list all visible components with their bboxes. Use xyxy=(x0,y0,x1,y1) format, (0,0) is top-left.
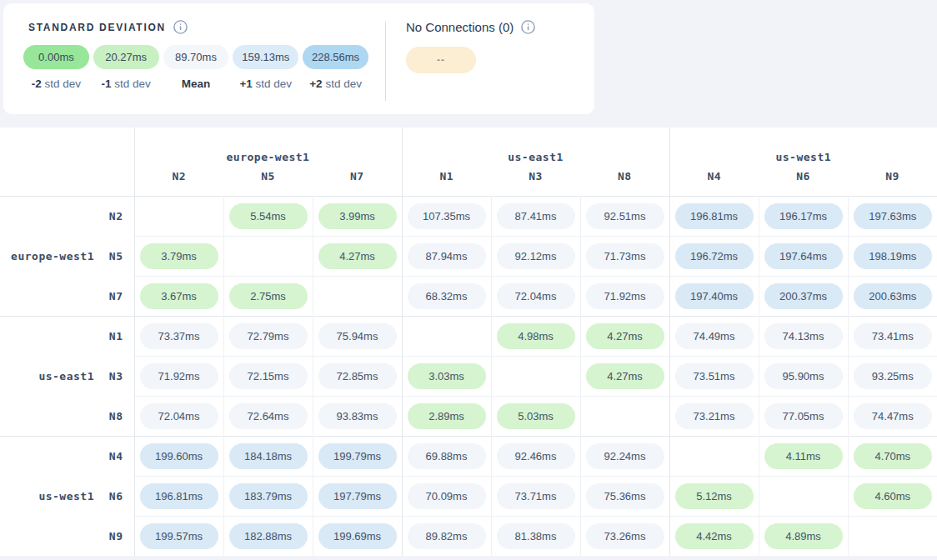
std-scale-label: Mean xyxy=(182,78,211,90)
latency-pill[interactable]: 72.04ms xyxy=(497,283,575,309)
latency-pill[interactable]: 196.17ms xyxy=(764,203,843,229)
latency-pill[interactable]: 74.49ms xyxy=(675,323,754,349)
latency-cell: 73.41ms xyxy=(848,317,937,357)
latency-pill[interactable]: 4.89ms xyxy=(764,523,843,549)
latency-pill[interactable]: 75.94ms xyxy=(318,323,397,349)
latency-pill[interactable]: 89.82ms xyxy=(408,523,486,549)
latency-pill[interactable]: 4.42ms xyxy=(675,523,754,549)
latency-cell: 89.82ms xyxy=(402,517,491,557)
latency-pill[interactable]: 69.88ms xyxy=(408,443,486,469)
latency-pill[interactable]: 74.13ms xyxy=(764,323,843,349)
latency-pill[interactable]: 198.19ms xyxy=(854,243,932,269)
latency-pill[interactable]: 199.60ms xyxy=(140,443,218,469)
latency-pill[interactable]: 87.41ms xyxy=(497,203,575,229)
latency-pill[interactable]: 3.79ms xyxy=(140,243,218,269)
latency-pill[interactable]: 5.54ms xyxy=(229,203,308,229)
latency-pill[interactable]: 77.05ms xyxy=(764,403,843,429)
latency-cell: 184.18ms xyxy=(223,437,313,477)
latency-cell: 200.37ms xyxy=(759,277,848,317)
info-icon[interactable] xyxy=(521,20,535,34)
latency-pill[interactable]: 3.03ms xyxy=(408,363,486,389)
latency-pill[interactable]: 92.51ms xyxy=(586,203,664,229)
latency-pill[interactable]: 196.72ms xyxy=(675,243,754,269)
latency-pill[interactable]: 75.36ms xyxy=(586,483,664,509)
latency-pill[interactable]: 72.85ms xyxy=(318,363,397,389)
latency-pill[interactable]: 182.88ms xyxy=(229,523,308,549)
std-scale-item: 0.00ms-2 std dev xyxy=(23,45,89,90)
latency-pill[interactable]: 71.92ms xyxy=(140,363,218,389)
latency-pill[interactable]: 74.47ms xyxy=(854,403,932,429)
latency-pill[interactable]: 3.99ms xyxy=(318,203,397,229)
latency-pill[interactable]: 68.32ms xyxy=(408,283,486,309)
latency-pill[interactable]: 3.67ms xyxy=(140,283,218,309)
latency-pill[interactable]: 72.64ms xyxy=(229,403,308,429)
latency-cell: 73.26ms xyxy=(580,517,669,557)
latency-pill[interactable]: 73.51ms xyxy=(675,363,754,389)
latency-pill[interactable]: 95.90ms xyxy=(764,363,843,389)
latency-pill[interactable]: 92.12ms xyxy=(497,243,575,269)
std-scale-label: -2 std dev xyxy=(32,78,81,90)
latency-cell: 72.15ms xyxy=(223,357,313,397)
latency-cell: 107.35ms xyxy=(402,197,491,237)
info-icon[interactable] xyxy=(173,20,188,34)
latency-pill[interactable]: 196.81ms xyxy=(140,483,218,509)
std-scale-item: 20.27ms-1 std dev xyxy=(93,45,159,90)
latency-cell: 196.72ms xyxy=(669,237,759,277)
latency-pill[interactable]: 200.63ms xyxy=(854,283,932,309)
latency-cell: 4.27ms xyxy=(313,237,402,277)
latency-pill[interactable]: 199.79ms xyxy=(318,443,397,469)
latency-pill[interactable]: 72.15ms xyxy=(229,363,308,389)
latency-pill[interactable]: 199.69ms xyxy=(318,523,397,549)
latency-pill[interactable]: 4.60ms xyxy=(854,483,932,509)
latency-cell: 199.60ms xyxy=(134,437,223,477)
latency-pill[interactable]: 2.89ms xyxy=(408,403,486,429)
row-node-N5: N5 xyxy=(96,237,134,277)
latency-pill[interactable]: 92.46ms xyxy=(497,443,575,469)
latency-pill[interactable]: 197.40ms xyxy=(675,283,754,309)
latency-pill[interactable]: 72.04ms xyxy=(140,403,218,429)
latency-pill[interactable]: 4.98ms xyxy=(497,323,575,349)
col-node-N9: N9 xyxy=(848,167,937,197)
latency-pill[interactable]: 4.27ms xyxy=(586,363,664,389)
latency-pill[interactable]: 71.92ms xyxy=(586,283,664,309)
row-node-N4: N4 xyxy=(96,437,134,477)
latency-pill[interactable]: 197.63ms xyxy=(854,203,932,229)
latency-pill[interactable]: 71.73ms xyxy=(586,243,664,269)
latency-pill[interactable]: 93.25ms xyxy=(854,363,932,389)
latency-pill[interactable]: 72.79ms xyxy=(229,323,308,349)
latency-pill[interactable]: 4.11ms xyxy=(764,443,843,469)
latency-pill[interactable]: 5.12ms xyxy=(675,483,754,509)
latency-cell: 196.17ms xyxy=(759,197,848,237)
latency-pill[interactable]: 199.57ms xyxy=(140,523,218,549)
latency-pill[interactable]: 87.94ms xyxy=(408,243,486,269)
col-node-N8: N8 xyxy=(580,167,669,197)
latency-pill[interactable]: 4.27ms xyxy=(586,323,664,349)
legend-pill: 228.56ms xyxy=(303,45,368,69)
latency-pill[interactable]: 5.03ms xyxy=(497,403,575,429)
latency-cell xyxy=(223,237,313,277)
latency-pill[interactable]: 73.26ms xyxy=(586,523,664,549)
latency-pill[interactable]: 107.35ms xyxy=(408,203,486,229)
latency-pill[interactable]: 200.37ms xyxy=(764,283,843,309)
latency-cell: 71.92ms xyxy=(580,277,669,317)
latency-pill[interactable]: 70.09ms xyxy=(408,483,486,509)
latency-cell: 75.36ms xyxy=(580,477,669,517)
matrix-row-N5: N53.79ms4.27ms87.94ms92.12ms71.73ms196.7… xyxy=(0,237,937,277)
latency-pill[interactable]: 4.70ms xyxy=(854,443,932,469)
latency-pill[interactable]: 93.83ms xyxy=(318,403,397,429)
latency-matrix: europe-west1us-east1us-west1N2N5N7N1N3N8… xyxy=(0,128,937,556)
latency-pill[interactable]: 81.38ms xyxy=(497,523,575,549)
latency-pill[interactable]: 4.27ms xyxy=(318,243,397,269)
latency-pill[interactable]: 197.64ms xyxy=(764,243,843,269)
latency-pill[interactable]: 92.24ms xyxy=(586,443,664,469)
latency-pill[interactable]: 73.71ms xyxy=(497,483,575,509)
latency-pill[interactable]: 73.37ms xyxy=(140,323,218,349)
latency-pill[interactable]: 197.79ms xyxy=(318,483,397,509)
latency-pill[interactable]: 73.41ms xyxy=(854,323,932,349)
latency-pill[interactable]: 2.75ms xyxy=(229,283,308,309)
latency-cell: 5.12ms xyxy=(669,477,759,517)
latency-pill[interactable]: 196.81ms xyxy=(675,203,754,229)
latency-pill[interactable]: 73.21ms xyxy=(675,403,754,429)
latency-pill[interactable]: 184.18ms xyxy=(229,443,308,469)
latency-pill[interactable]: 183.79ms xyxy=(229,483,308,509)
